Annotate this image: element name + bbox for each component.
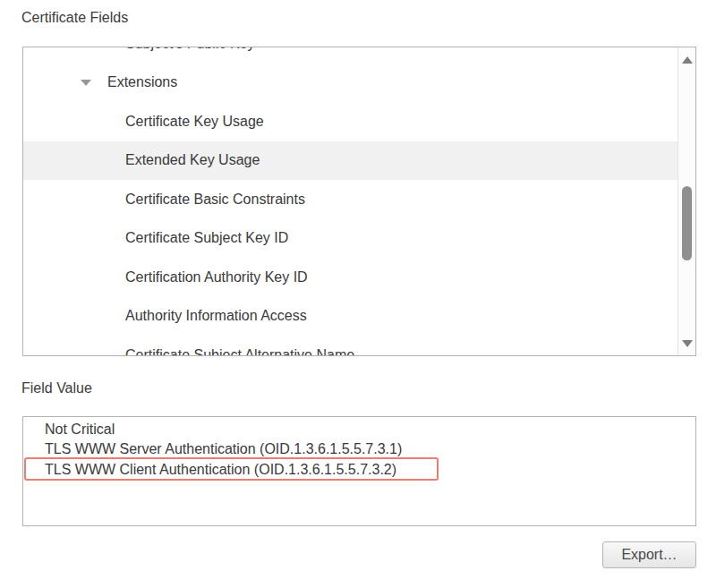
certificate-fields-label: Certificate Fields <box>21 10 128 26</box>
tree-rows: Subject's Public Key Extensions Certific… <box>23 47 678 356</box>
tree-item[interactable]: Certificate Subject Key ID <box>23 219 678 259</box>
scroll-down-arrow-icon[interactable] <box>682 340 693 347</box>
tree-item[interactable]: Certification Authority Key ID <box>23 258 678 297</box>
tree-item[interactable]: Extended Key Usage <box>23 141 678 181</box>
tree-item-label: Authority Information Access <box>125 308 307 324</box>
tree-item[interactable]: Certificate Subject Alternative Name <box>23 336 678 356</box>
tree-item-label: Certificate Subject Alternative Name <box>125 347 354 356</box>
scrollbar-thumb[interactable] <box>682 186 692 260</box>
expander-triangle-icon[interactable] <box>81 80 91 86</box>
tree-item-label: Certificate Key Usage <box>125 114 264 130</box>
tree-item[interactable]: Subject's Public Key <box>23 47 678 64</box>
field-value-line: TLS WWW Client Authentication (OID.1.3.6… <box>45 460 695 480</box>
export-button[interactable]: Export… <box>602 541 696 568</box>
tree-item[interactable]: Certificate Key Usage <box>23 102 678 141</box>
tree-item[interactable]: Extensions <box>23 64 678 103</box>
tree-item-label: Extensions <box>107 74 177 90</box>
tree-item[interactable]: Authority Information Access <box>23 297 678 337</box>
tree-scrollbar[interactable] <box>678 47 695 355</box>
field-value-box[interactable]: Not CriticalTLS WWW Server Authenticatio… <box>22 416 696 526</box>
tree-item-label: Subject's Public Key <box>125 47 254 52</box>
tree-item[interactable]: Certificate Basic Constraints <box>23 180 678 219</box>
tree-item-label: Certificate Subject Key ID <box>125 230 288 246</box>
scroll-up-arrow-icon[interactable] <box>682 56 693 64</box>
field-value-lines: Not CriticalTLS WWW Server Authenticatio… <box>23 417 695 480</box>
tree-item-label: Extended Key Usage <box>125 152 260 168</box>
certificate-viewer-pane: { "labels": { "certificate_fields": "Cer… <box>0 0 716 588</box>
field-value-label: Field Value <box>21 380 92 396</box>
tree-item-label: Certificate Basic Constraints <box>125 192 305 208</box>
field-value-line: Not Critical <box>45 420 695 439</box>
certificate-fields-tree[interactable]: Subject's Public Key Extensions Certific… <box>22 47 696 356</box>
field-value-line: TLS WWW Server Authentication (OID.1.3.6… <box>45 439 695 459</box>
tree-item-label: Certification Authority Key ID <box>125 269 308 285</box>
